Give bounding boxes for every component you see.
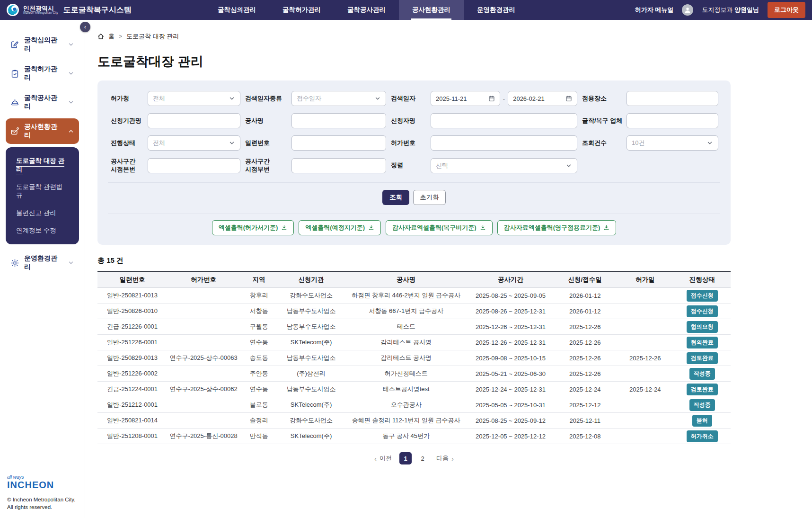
result-count-select[interactable]: 10건 (627, 135, 718, 151)
table-row[interactable]: 일반-250829-0013연수구-2025-상수-00063송도동남동부수도사… (97, 350, 731, 366)
contractor-input[interactable] (627, 113, 718, 128)
cell-serial: 긴급-251226-0001 (97, 319, 167, 335)
user-dept: 토지정보과 (702, 6, 733, 13)
sidebar: 굴착심의관리굴착허가관리굴착공사관리공사현황관리도로굴착 대장 관리도로굴착 관… (0, 20, 85, 518)
nav-item-4[interactable]: 공사현황관리 (399, 0, 464, 20)
page-title: 도로굴착대장 관리 (97, 53, 812, 70)
sidebar-item-4[interactable]: 공사현황관리 (6, 118, 79, 144)
cell-applicant: SKTelecom(주) (278, 335, 344, 350)
cell-received: 2025-12-26 (553, 366, 617, 382)
date-separator: - (503, 95, 505, 102)
table-row[interactable]: 일반-251226-0002주안동(주)삼천리허가신청테스트2025-05-21… (97, 366, 731, 382)
cell-permit-no (167, 397, 240, 413)
page-button-2[interactable]: 2 (416, 452, 429, 464)
home-icon[interactable] (97, 33, 104, 40)
submenu-item-2[interactable]: 도로굴착 관련법규 (16, 183, 69, 200)
cell-status: 접수신청 (674, 304, 731, 319)
breadcrumb-home[interactable]: 홈 (108, 32, 115, 41)
applicant-name-input[interactable] (431, 113, 577, 128)
field-label: 공사명 (242, 117, 290, 125)
cell-permitted (617, 304, 673, 319)
pagination-next[interactable]: 다음 › (436, 454, 454, 463)
submenu-item-1[interactable]: 도로굴착 대장 관리 (16, 157, 69, 174)
table-row[interactable]: 일반-250826-0010서창동남동부수도사업소서창동 667-1번지 급수공… (97, 304, 731, 319)
nav-item-1[interactable]: 굴착심의관리 (204, 0, 269, 20)
cell-region: 송도동 (240, 350, 278, 366)
excel-export-button-4[interactable]: 감사자료엑셀출력(영구점용료기준) (497, 220, 617, 235)
pagination-prev[interactable]: ‹ 이전 (374, 454, 392, 463)
table-row[interactable]: 긴급-251226-0001구월동남동부수도사업소테스트2025-12-26 ~… (97, 319, 731, 335)
nav-item-5[interactable]: 운영환경관리 (464, 0, 529, 20)
cell-permit-no: 연수구-2025-상수-00063 (167, 350, 240, 366)
field-label: 검색일자종류 (242, 95, 290, 103)
search-date-type-select[interactable]: 접수일자 (291, 91, 386, 106)
table-row[interactable]: 일반-251212-0001불로동SKTelecom(주)오수관공사2025-0… (97, 397, 731, 413)
progress-status-select[interactable]: 전체 (148, 135, 240, 151)
chevron-down-icon (374, 95, 381, 102)
applicant-org-input[interactable] (148, 113, 240, 128)
permit-office-select[interactable]: 전체 (148, 91, 240, 106)
date-to-input[interactable]: 2026-02-21 (508, 91, 577, 106)
sidebar-menu: 굴착심의관리굴착허가관리굴착공사관리공사현황관리도로굴착 대장 관리도로굴착 관… (0, 32, 85, 276)
table-row[interactable]: 일반-250821-0014솔정리강화수도사업소송혜면 솔정리 112-1번지 … (97, 413, 731, 429)
top-navbar: 인천광역시 Incheon Metropolitan City 도로굴착복구시스… (0, 0, 812, 20)
cell-status: 접수신청 (674, 288, 731, 304)
breadcrumb-current[interactable]: 도로굴착 대장 관리 (126, 32, 179, 41)
chevron-down-icon (68, 41, 74, 48)
nav-item-3[interactable]: 굴착공사관리 (334, 0, 399, 20)
sidebar-footer: all ways INCHEON © Incheon Metropolitan … (7, 474, 75, 511)
submenu-item-3[interactable]: 불편신고 관리 (16, 209, 69, 217)
excel-export-button-1[interactable]: 엑셀출력(허가서기준) (212, 220, 294, 235)
nav-item-2[interactable]: 굴착허가관리 (269, 0, 334, 20)
sidebar-item-5[interactable]: 운영환경관리 (6, 250, 79, 276)
table-row[interactable]: 일반-251208-0001연수구-2025-통신-00028만석동SKTele… (97, 429, 731, 444)
section-start-sub-input[interactable] (291, 158, 386, 173)
status-badge: 불허 (692, 415, 712, 427)
cell-region: 서창동 (240, 304, 278, 319)
cell-received: 2025-12-12 (553, 397, 617, 413)
manual-link[interactable]: 허가자 메뉴얼 (635, 6, 674, 14)
sidebar-item-2[interactable]: 굴착허가관리 (6, 61, 79, 86)
cell-project: 송혜면 솔정리 112-1번지 일원 급수공사 (344, 413, 468, 429)
brand: 인천광역시 Incheon Metropolitan City 도로굴착복구시스… (0, 0, 204, 20)
submenu-item-4[interactable]: 연계정보 수정 (16, 226, 69, 235)
excel-export-button-2[interactable]: 엑셀출력(예정지기준) (299, 220, 381, 235)
project-name-input[interactable] (291, 113, 386, 128)
cell-permitted (617, 413, 673, 429)
cell-status: 불허 (674, 413, 731, 429)
logout-button[interactable]: 로그아웃 (768, 2, 805, 18)
date-from-input[interactable]: 2025-11-21 (431, 91, 500, 106)
cell-received: 2025-12-26 (553, 319, 617, 335)
occupancy-place-input[interactable] (627, 91, 718, 106)
status-badge: 검토완료 (687, 352, 718, 364)
reset-button[interactable]: 초기화 (413, 190, 446, 205)
permit-no-input[interactable] (431, 135, 577, 151)
table-row[interactable]: 일반-251226-0001연수동SKTelecom(주)감리테스트 공사명20… (97, 335, 731, 350)
sidebar-item-3[interactable]: 굴착공사관리 (6, 89, 79, 115)
cell-applicant: 남동부수도사업소 (278, 319, 344, 335)
sort-select[interactable]: 선택 (431, 158, 577, 173)
cell-status: 허가취소 (674, 429, 731, 444)
download-icon (603, 224, 609, 231)
cell-region: 창후리 (240, 288, 278, 304)
table-row[interactable]: 일반-250821-0013창후리강화수도사업소하점면 창후리 446-2번지 … (97, 288, 731, 304)
page-button-1[interactable]: 1 (399, 452, 412, 464)
divider (108, 182, 720, 183)
excel-export-button-3[interactable]: 감사자료엑셀출력(복구비기준) (386, 220, 493, 235)
serial-no-input[interactable] (291, 135, 386, 151)
selected-value: 전체 (153, 94, 165, 103)
sidebar-item-1[interactable]: 굴착심의관리 (6, 32, 79, 57)
column-header-status: 진행상태 (674, 271, 731, 288)
cell-period: 2025-12-26 ~ 2025-12-31 (468, 335, 554, 350)
sidebar-collapse-button[interactable]: ‹ (80, 22, 90, 32)
search-button[interactable]: 조회 (382, 190, 409, 205)
cell-applicant: 남동부수도사업소 (278, 304, 344, 319)
field-label: 조회건수 (579, 139, 625, 147)
mail-person-icon (10, 127, 19, 136)
cell-received: 2025-12-26 (553, 350, 617, 366)
cell-status: 검토완료 (674, 382, 731, 397)
excel-button-label: 엑셀출력(허가서기준) (219, 223, 278, 232)
table-row[interactable]: 긴급-251224-0001연수구-2025-상수-00062연수동남동부수도사… (97, 382, 731, 397)
section-start-main-input[interactable] (148, 158, 240, 173)
excel-button-label: 감사자료엑셀출력(영구점용료기준) (504, 223, 600, 232)
